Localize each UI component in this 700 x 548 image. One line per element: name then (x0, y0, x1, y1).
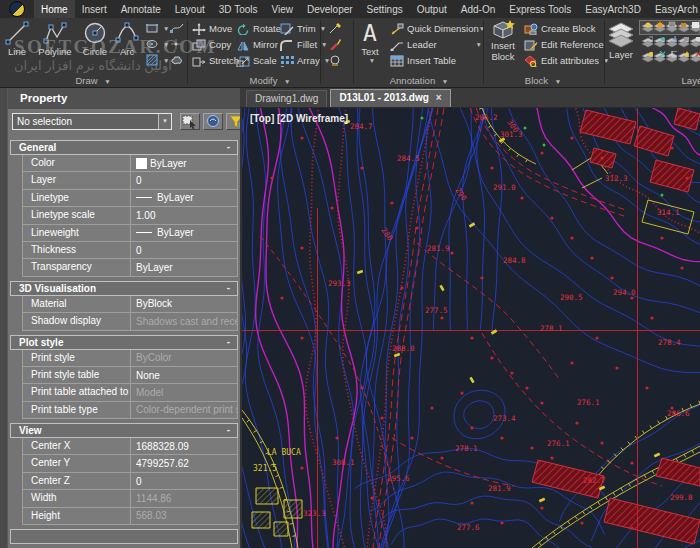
section-header-view[interactable]: View- (10, 423, 238, 438)
property-row-print-table-attached-to[interactable]: Print table attached toModel (22, 384, 238, 401)
menu-tab-express-tools[interactable]: Express Tools (502, 0, 578, 18)
property-value[interactable]: ByLayer (131, 155, 237, 171)
property-row-shadow-display[interactable]: Shadow displayShadows cast and recei... (22, 313, 238, 330)
modify-panel-label[interactable]: Modify ▼ (188, 75, 352, 86)
tool-mirror[interactable]: Mirror (236, 38, 278, 51)
dropdown-arrow-icon[interactable]: ▼ (158, 114, 171, 129)
menu-tab-easyarch3d[interactable]: EasyArch3D (578, 0, 648, 18)
menu-tab-view[interactable]: View (265, 0, 301, 18)
tool-rotate[interactable]: Rotate (236, 22, 281, 35)
layer-tool-8-icon[interactable] (677, 36, 689, 49)
tool-create-block[interactable]: Create Block (524, 22, 595, 35)
menu-tab-settings[interactable]: Settings (360, 0, 410, 18)
layer-tool-5-icon[interactable] (641, 36, 653, 49)
rect-tool[interactable]: ▼ (146, 22, 169, 34)
property-value[interactable]: ByColor (131, 350, 237, 366)
layer-tool-7-icon[interactable] (665, 36, 677, 49)
layer-tool-12-icon[interactable] (665, 51, 677, 64)
property-value[interactable]: 1.00 (131, 207, 237, 223)
property-row-linetype-scale[interactable]: Linetype scale1.00 (22, 207, 238, 224)
tool-scale[interactable]: Scale (236, 54, 277, 67)
layer-tool-11-icon[interactable] (653, 51, 665, 64)
property-value[interactable]: Model (131, 384, 237, 400)
property-row-center-x[interactable]: Center X1688328.09 (22, 438, 238, 455)
property-row-material[interactable]: MaterialByBlock (22, 296, 238, 313)
property-row-print-style-table[interactable]: Print style tableNone (22, 367, 238, 384)
property-value[interactable]: ByLayer (131, 259, 237, 275)
layer-tool-1-icon[interactable] (653, 21, 665, 34)
match-properties-tool[interactable] (328, 22, 342, 34)
section-header-plot-style[interactable]: Plot style- (10, 335, 238, 350)
layer-tool-13-icon[interactable] (677, 51, 689, 64)
property-row-center-z[interactable]: Center Z0 (22, 473, 238, 490)
paint-brush-tool[interactable] (328, 38, 342, 50)
spline-tool[interactable] (170, 22, 184, 34)
property-value[interactable]: Shadows cast and recei... (131, 313, 237, 329)
property-value[interactable]: ByLayer (131, 225, 237, 241)
tool-insert-block[interactable]: InsertBlock (487, 20, 519, 62)
property-value[interactable]: Color-dependent print st... (131, 402, 237, 418)
property-value[interactable]: 0 (131, 242, 237, 258)
section-header-3d-visualisation[interactable]: 3D Visualisation- (10, 281, 238, 296)
property-row-thickness[interactable]: Thickness0 (22, 242, 238, 259)
selection-dropdown[interactable]: No selection ▼ (12, 113, 172, 130)
layer-panel-label[interactable]: Layer ▼ (660, 75, 700, 86)
tool-move[interactable]: Move (192, 22, 232, 35)
draw-panel-label[interactable]: Draw ▼ (0, 75, 186, 86)
property-value[interactable]: ByBlock (131, 296, 237, 312)
layer-tool-6-icon[interactable] (653, 36, 665, 49)
property-value[interactable]: ByLayer (131, 190, 237, 206)
property-value[interactable]: 568.03 (131, 508, 237, 524)
layer-tool-9-icon[interactable] (689, 36, 700, 49)
menu-tab-annotate[interactable]: Annotate (114, 0, 168, 18)
layer-tool-10-icon[interactable] (641, 51, 653, 64)
menu-tab-developer[interactable]: Developer (300, 0, 360, 18)
property-row-transparency[interactable]: TransparencyByLayer (22, 259, 238, 276)
close-tab-icon[interactable]: × (436, 92, 442, 103)
app-logo[interactable] (0, 0, 34, 18)
menu-tab-home[interactable]: Home (34, 0, 75, 18)
property-stamp-tool[interactable] (328, 54, 342, 66)
menu-tab-add-on[interactable]: Add-On (454, 0, 502, 18)
chevron-down-icon[interactable]: ▼ (321, 41, 327, 48)
tool-quick-dimension[interactable]: Quick Dimension▼ (390, 22, 482, 35)
layer-tool-4-icon[interactable] (689, 21, 700, 34)
property-row-print-style[interactable]: Print styleByColor (22, 350, 238, 367)
property-row-width[interactable]: Width1144.86 (22, 490, 238, 507)
menu-tab-easyarch-ext[interactable]: EasyArch Ext (648, 0, 700, 18)
tool-array[interactable]: Array▼ (280, 54, 330, 67)
property-value[interactable]: 1688328.09 (131, 438, 237, 454)
tool-layer[interactable]: Layer (606, 21, 636, 60)
property-value[interactable]: 0 (131, 473, 237, 489)
property-row-height[interactable]: Height568.03 (22, 508, 238, 525)
property-row-color[interactable]: ColorByLayer (22, 155, 238, 172)
section-header-general[interactable]: General- (10, 140, 238, 155)
quick-select-button[interactable] (180, 113, 200, 130)
tool-leader[interactable]: Leader▼ (390, 38, 482, 51)
property-value[interactable]: 0 (131, 172, 237, 188)
tool-edit-reference[interactable]: Edit Reference (524, 38, 604, 51)
drawing-tab-drawing1-dwg[interactable]: Drawing1.dwg (246, 90, 327, 107)
collapse-icon[interactable]: - (227, 335, 230, 348)
property-row-print-table-type[interactable]: Print table typeColor-dependent print st… (22, 402, 238, 419)
property-row-linetype[interactable]: LinetypeByLayer (22, 190, 238, 207)
tool-edit-attributes[interactable]: Edit attributes▼ (524, 54, 610, 67)
menu-tab-output[interactable]: Output (410, 0, 454, 18)
chevron-down-icon[interactable]: ▼ (360, 57, 384, 64)
select-objects-button[interactable] (203, 113, 223, 130)
block-panel-label[interactable]: Block ▼ (483, 75, 603, 86)
section-header-misc[interactable] (10, 529, 238, 544)
property-row-layer[interactable]: Layer0 (22, 172, 238, 189)
collapse-icon[interactable]: - (227, 423, 230, 436)
collapse-icon[interactable]: - (227, 281, 230, 294)
property-value[interactable]: None (131, 367, 237, 383)
menu-tab-insert[interactable]: Insert (75, 0, 114, 18)
menu-tab-3d-tools[interactable]: 3D Tools (212, 0, 265, 18)
drawing-tab-d13l01-2013-dwg[interactable]: D13L01 - 2013.dwg× (330, 89, 450, 107)
tool-insert-table[interactable]: Insert Table (390, 54, 482, 67)
property-row-lineweight[interactable]: LineweightByLayer (22, 225, 238, 242)
layer-tool-0-icon[interactable] (641, 21, 653, 34)
layer-tool-2-icon[interactable] (665, 21, 677, 34)
chevron-down-icon[interactable]: ▼ (476, 41, 482, 48)
viewport-controls-label[interactable]: [Top] [2D Wireframe] (250, 113, 348, 124)
